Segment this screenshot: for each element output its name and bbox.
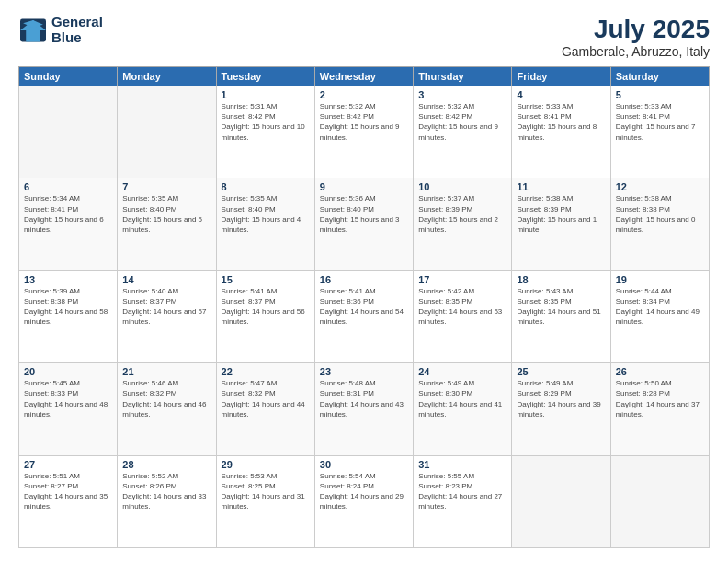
cell-info: Sunrise: 5:44 AMSunset: 8:34 PMDaylight:… — [616, 286, 704, 327]
cell-info: Sunrise: 5:41 AMSunset: 8:37 PMDaylight:… — [222, 286, 310, 327]
cell-info: Sunrise: 5:54 AMSunset: 8:24 PMDaylight:… — [320, 471, 408, 512]
cell-info: Sunrise: 5:37 AMSunset: 8:39 PMDaylight:… — [418, 193, 506, 235]
calendar-cell: 27Sunrise: 5:51 AMSunset: 8:27 PMDayligh… — [19, 455, 118, 547]
day-number: 3 — [418, 89, 506, 100]
cell-info: Sunrise: 5:49 AMSunset: 8:29 PMDaylight:… — [517, 378, 605, 419]
calendar-cell: 31Sunrise: 5:55 AMSunset: 8:23 PMDayligh… — [414, 455, 512, 547]
calendar-cell: 9Sunrise: 5:36 AMSunset: 8:40 PMDaylight… — [314, 178, 413, 270]
day-number: 20 — [24, 366, 112, 377]
calendar-cell: 18Sunrise: 5:43 AMSunset: 8:35 PMDayligh… — [512, 270, 610, 362]
day-number: 7 — [122, 181, 210, 192]
subtitle: Gamberale, Abruzzo, Italy — [562, 44, 710, 59]
title-block: July 2025 Gamberale, Abruzzo, Italy — [562, 15, 710, 59]
cell-info: Sunrise: 5:33 AMSunset: 8:41 PMDaylight:… — [517, 101, 605, 143]
cell-info: Sunrise: 5:49 AMSunset: 8:30 PMDaylight:… — [418, 378, 506, 419]
calendar-cell: 3Sunrise: 5:32 AMSunset: 8:42 PMDaylight… — [414, 86, 512, 178]
day-number: 10 — [418, 181, 506, 192]
calendar-cell: 21Sunrise: 5:46 AMSunset: 8:32 PMDayligh… — [118, 363, 216, 455]
calendar-cell: 22Sunrise: 5:47 AMSunset: 8:32 PMDayligh… — [216, 363, 314, 455]
calendar-cell: 12Sunrise: 5:38 AMSunset: 8:38 PMDayligh… — [610, 178, 709, 270]
day-number: 14 — [122, 274, 210, 285]
calendar-cell: 25Sunrise: 5:49 AMSunset: 8:29 PMDayligh… — [512, 363, 610, 455]
page: General Blue July 2025 Gamberale, Abruzz… — [0, 0, 728, 563]
calendar-weekday-friday: Friday — [512, 67, 610, 86]
calendar-cell: 10Sunrise: 5:37 AMSunset: 8:39 PMDayligh… — [414, 178, 512, 270]
calendar-cell: 29Sunrise: 5:53 AMSunset: 8:25 PMDayligh… — [216, 455, 314, 547]
day-number: 6 — [24, 181, 112, 192]
cell-info: Sunrise: 5:55 AMSunset: 8:23 PMDaylight:… — [418, 471, 506, 512]
day-number: 24 — [418, 366, 506, 377]
day-number: 18 — [517, 274, 605, 285]
calendar-cell: 26Sunrise: 5:50 AMSunset: 8:28 PMDayligh… — [610, 363, 709, 455]
calendar-cell: 30Sunrise: 5:54 AMSunset: 8:24 PMDayligh… — [314, 455, 413, 547]
day-number: 22 — [222, 366, 310, 377]
day-number: 31 — [418, 459, 506, 470]
day-number: 23 — [320, 366, 408, 377]
day-number: 9 — [320, 181, 408, 192]
calendar-cell: 15Sunrise: 5:41 AMSunset: 8:37 PMDayligh… — [216, 270, 314, 362]
calendar-cell — [118, 86, 216, 178]
calendar-cell: 6Sunrise: 5:34 AMSunset: 8:41 PMDaylight… — [19, 178, 118, 270]
day-number: 29 — [222, 459, 310, 470]
day-number: 2 — [320, 89, 408, 100]
cell-info: Sunrise: 5:32 AMSunset: 8:42 PMDaylight:… — [418, 101, 506, 143]
day-number: 25 — [517, 366, 605, 377]
day-number: 12 — [616, 181, 704, 192]
calendar-weekday-tuesday: Tuesday — [216, 67, 314, 86]
day-number: 5 — [616, 89, 704, 100]
cell-info: Sunrise: 5:35 AMSunset: 8:40 PMDaylight:… — [122, 193, 210, 235]
header: General Blue July 2025 Gamberale, Abruzz… — [18, 15, 710, 59]
main-title: July 2025 — [562, 15, 710, 44]
cell-info: Sunrise: 5:42 AMSunset: 8:35 PMDaylight:… — [418, 286, 506, 327]
cell-info: Sunrise: 5:43 AMSunset: 8:35 PMDaylight:… — [517, 286, 605, 327]
day-number: 16 — [320, 274, 408, 285]
calendar-week-row-1: 6Sunrise: 5:34 AMSunset: 8:41 PMDaylight… — [19, 178, 710, 270]
calendar-cell: 5Sunrise: 5:33 AMSunset: 8:41 PMDaylight… — [610, 86, 709, 178]
day-number: 8 — [222, 181, 310, 192]
calendar-cell: 24Sunrise: 5:49 AMSunset: 8:30 PMDayligh… — [414, 363, 512, 455]
calendar-cell: 16Sunrise: 5:41 AMSunset: 8:36 PMDayligh… — [314, 270, 413, 362]
day-number: 17 — [418, 274, 506, 285]
day-number: 19 — [616, 274, 704, 285]
calendar-cell: 19Sunrise: 5:44 AMSunset: 8:34 PMDayligh… — [610, 270, 709, 362]
calendar-cell: 11Sunrise: 5:38 AMSunset: 8:39 PMDayligh… — [512, 178, 610, 270]
calendar-week-row-0: 1Sunrise: 5:31 AMSunset: 8:42 PMDaylight… — [19, 86, 710, 178]
day-number: 26 — [616, 366, 704, 377]
cell-info: Sunrise: 5:50 AMSunset: 8:28 PMDaylight:… — [616, 378, 704, 419]
cell-info: Sunrise: 5:38 AMSunset: 8:38 PMDaylight:… — [616, 193, 704, 235]
calendar-cell: 17Sunrise: 5:42 AMSunset: 8:35 PMDayligh… — [414, 270, 512, 362]
day-number: 1 — [222, 89, 310, 100]
cell-info: Sunrise: 5:32 AMSunset: 8:42 PMDaylight:… — [320, 101, 408, 143]
calendar-cell — [19, 86, 118, 178]
cell-info: Sunrise: 5:46 AMSunset: 8:32 PMDaylight:… — [122, 378, 210, 419]
day-number: 4 — [517, 89, 605, 100]
cell-info: Sunrise: 5:36 AMSunset: 8:40 PMDaylight:… — [320, 193, 408, 235]
cell-info: Sunrise: 5:35 AMSunset: 8:40 PMDaylight:… — [222, 193, 310, 235]
calendar-weekday-wednesday: Wednesday — [314, 67, 413, 86]
cell-info: Sunrise: 5:48 AMSunset: 8:31 PMDaylight:… — [320, 378, 408, 419]
cell-info: Sunrise: 5:33 AMSunset: 8:41 PMDaylight:… — [616, 101, 704, 143]
calendar-cell: 1Sunrise: 5:31 AMSunset: 8:42 PMDaylight… — [216, 86, 314, 178]
calendar-cell: 14Sunrise: 5:40 AMSunset: 8:37 PMDayligh… — [118, 270, 216, 362]
cell-info: Sunrise: 5:31 AMSunset: 8:42 PMDaylight:… — [222, 101, 310, 143]
calendar-cell: 23Sunrise: 5:48 AMSunset: 8:31 PMDayligh… — [314, 363, 413, 455]
calendar-cell — [610, 455, 709, 547]
calendar-table: SundayMondayTuesdayWednesdayThursdayFrid… — [18, 66, 710, 548]
calendar-cell: 4Sunrise: 5:33 AMSunset: 8:41 PMDaylight… — [512, 86, 610, 178]
calendar-cell: 8Sunrise: 5:35 AMSunset: 8:40 PMDaylight… — [216, 178, 314, 270]
cell-info: Sunrise: 5:53 AMSunset: 8:25 PMDaylight:… — [222, 471, 310, 512]
day-number: 21 — [122, 366, 210, 377]
cell-info: Sunrise: 5:52 AMSunset: 8:26 PMDaylight:… — [122, 471, 210, 512]
calendar-cell: 20Sunrise: 5:45 AMSunset: 8:33 PMDayligh… — [19, 363, 118, 455]
calendar-cell: 13Sunrise: 5:39 AMSunset: 8:38 PMDayligh… — [19, 270, 118, 362]
calendar-cell: 2Sunrise: 5:32 AMSunset: 8:42 PMDaylight… — [314, 86, 413, 178]
cell-info: Sunrise: 5:51 AMSunset: 8:27 PMDaylight:… — [24, 471, 112, 512]
day-number: 11 — [517, 181, 605, 192]
cell-info: Sunrise: 5:34 AMSunset: 8:41 PMDaylight:… — [24, 193, 112, 235]
calendar-cell — [512, 455, 610, 547]
cell-info: Sunrise: 5:41 AMSunset: 8:36 PMDaylight:… — [320, 286, 408, 327]
calendar-cell: 28Sunrise: 5:52 AMSunset: 8:26 PMDayligh… — [118, 455, 216, 547]
logo-text: General Blue — [51, 15, 103, 45]
day-number: 13 — [24, 274, 112, 285]
calendar-cell: 7Sunrise: 5:35 AMSunset: 8:40 PMDaylight… — [118, 178, 216, 270]
